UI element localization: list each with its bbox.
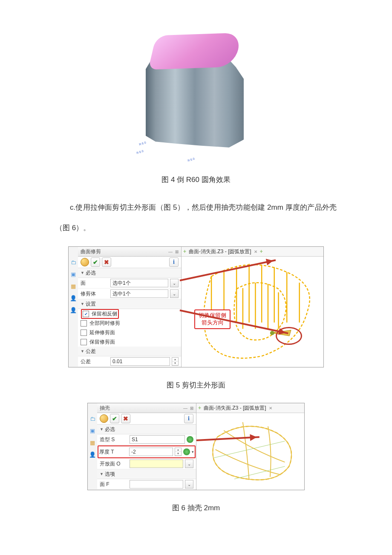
label-trim-all: 全部同时修剪 [89,320,120,327]
cube-icon[interactable]: ▣ [89,427,96,434]
figure-5-caption: 图 5 剪切主外形面 [0,380,392,390]
input-face-f[interactable] [130,480,183,489]
label-openface: 开放面 O [100,460,128,468]
chevron-down-icon[interactable]: ⌄ [185,480,193,489]
section-settings[interactable]: 设置 [78,299,181,309]
tree-icon[interactable]: 🗀 [70,259,77,266]
figure-5: 🗀 ▣ ▦ 👤 👤 曲面修剪 —⊠ ✔ ✖ i [68,246,324,367]
dialog-panel-shell: 抽壳 —⊠ ✔ ✖ i 必选 造型 S S1 [97,403,196,490]
dash-icon[interactable]: — [183,406,187,410]
chevron-down-icon[interactable]: ⌄ [185,460,193,468]
sketch-dim-label: R 6 0 [187,157,195,162]
panel-titlebar: 曲面修剪 —⊠ [78,247,181,257]
figure-4: R 6 0 R 6 0 R 6 0 [132,30,260,162]
checkbox-keep-trim[interactable] [81,339,87,345]
coin-icon[interactable] [100,414,108,423]
panel-titlebar: 抽壳 —⊠ [97,403,196,413]
panel-title-text: 抽壳 [100,405,110,412]
tree-icon[interactable]: 🗀 [89,415,96,422]
figure-4-caption: 图 4 倒 R60 圆角效果 [0,175,392,185]
close-sm-icon[interactable]: ⊠ [190,406,193,410]
vertical-icon-bar: 🗀 ▣ ▦ 👤 👤 [69,247,78,367]
label-keep-trim: 保留修剪面 [89,338,115,346]
label-thickness: 厚度 T [99,448,127,456]
checkbox-keep-opposite[interactable] [83,311,89,317]
vertical-icon-bar: 🗀 ▣ ▦ 👤 [88,403,97,490]
wireframe-shell-view [201,416,302,487]
close-sm-icon[interactable]: ⊠ [175,249,179,254]
tab-close-icon[interactable]: ✕ [254,249,257,254]
paragraph-c: c.使用拉伸面剪切主外形面（图 5），然后使用抽壳功能创建 2mm 厚度的产品外… [0,197,392,238]
cube-icon[interactable]: ▣ [70,271,77,278]
spin-buttons[interactable]: ▲▼ [175,448,182,456]
spin-buttons[interactable]: ▲▼ [172,357,179,366]
label-shape: 造型 S [100,436,128,443]
plus-icon[interactable]: + [198,405,201,411]
info-button[interactable]: i [184,414,193,423]
user2-icon[interactable]: 👤 [70,306,77,313]
label-extend: 延伸修剪面 [89,329,115,336]
coin-icon[interactable] [81,258,89,266]
ok-button[interactable]: ✔ [110,414,119,423]
tab-close-icon[interactable]: ✕ [269,406,272,410]
label-trimbody: 修剪体 [81,290,109,298]
input-tolerance[interactable]: 0.01 [110,357,170,366]
box-icon[interactable]: ▦ [70,283,77,289]
checkbox-extend[interactable] [81,330,87,336]
section-required[interactable]: 必选 [78,268,181,278]
cancel-button[interactable]: ✖ [121,414,130,423]
user-icon[interactable]: 👤 [89,451,96,458]
cancel-button[interactable]: ✖ [102,257,111,267]
label-face-f: 面 F [100,481,128,488]
ok-button[interactable]: ✔ [91,257,100,267]
section-tolerance[interactable]: 公差 [78,347,181,356]
user-icon[interactable]: 👤 [70,295,77,301]
plus-icon[interactable]: + [260,249,263,254]
input-thickness[interactable]: -2 [129,448,173,456]
input-face[interactable]: 选中1个 [110,279,168,287]
label-face: 面 [81,280,109,287]
probe-icon[interactable] [187,436,193,443]
viewport-tabbar: + 曲面-消失面.Z3 - [圆弧放置] ✕ + [182,247,323,257]
label-keep-opposite: 保留相反侧 [92,310,117,318]
tab-name[interactable]: 曲面-消失面.Z3 - [圆弧放置] [189,248,251,255]
section-required[interactable]: 必选 [97,425,196,434]
section-options[interactable]: 选项 [97,469,196,479]
info-button[interactable]: i [169,257,179,267]
plus-icon[interactable]: + [183,249,186,254]
viewport[interactable]: + 曲面-消失面.Z3 - [圆弧放置] ✕ [196,403,304,490]
dialog-panel-trim: 曲面修剪 —⊠ ✔ ✖ i 必选 面 选中1个 ⌄ [78,247,182,367]
probe-icon[interactable] [183,448,190,455]
viewport-tabbar: + 曲面-消失面.Z3 - [圆弧放置] ✕ [196,403,304,413]
figure-6: 🗀 ▣ ▦ 👤 抽壳 —⊠ ✔ ✖ i 必选 [87,403,305,490]
sketch-dim-label: R 6 0 [136,150,144,155]
input-trimbody[interactable]: 选中1个 [110,289,168,298]
input-openface[interactable] [130,460,183,468]
input-shape[interactable]: S1 [130,435,185,444]
cad-shape-3d [141,34,247,149]
dash-icon[interactable]: — [168,249,173,254]
label-tolerance: 公差 [81,358,109,365]
box-icon[interactable]: ▦ [89,439,96,446]
panel-title-text: 曲面修剪 [81,248,101,255]
svg-line-15 [213,441,285,458]
figure-6-caption: 图 6 抽壳 2mm [0,503,392,513]
checkbox-trim-all[interactable] [81,320,87,327]
chevron-down-icon[interactable]: ⌄ [170,289,179,298]
svg-point-13 [270,331,274,335]
tab-name[interactable]: 曲面-消失面.Z3 - [圆弧放置] [204,405,266,412]
chevron-down-icon[interactable]: ⌄ [170,279,179,287]
